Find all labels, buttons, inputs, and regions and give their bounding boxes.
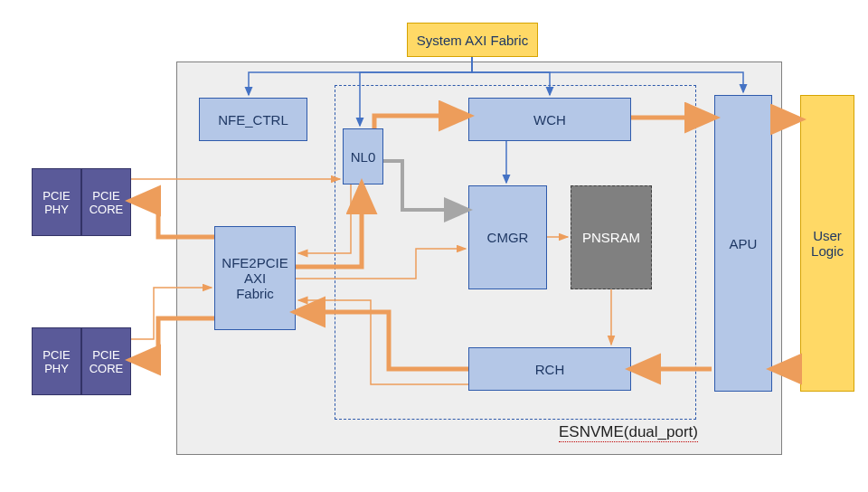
system-axi-fabric: System AXI Fabric bbox=[407, 23, 538, 57]
wch-block: WCH bbox=[468, 98, 631, 141]
diagram-stage: System AXI Fabric NFE_CTRL NL0 WCH CMGR … bbox=[0, 0, 868, 492]
esnvme-frame-label: ESNVME(dual_port) bbox=[559, 423, 698, 442]
pcie-core-0: PCIE CORE bbox=[81, 168, 131, 236]
nfe2pcie-block: NFE2PCIE AXI Fabric bbox=[214, 226, 296, 330]
cmgr-block: CMGR bbox=[468, 185, 547, 289]
rch-block: RCH bbox=[468, 347, 631, 391]
pcie-phy-1: PCIE PHY bbox=[32, 327, 81, 395]
nl0-block: NL0 bbox=[343, 128, 383, 184]
apu-block: APU bbox=[714, 95, 772, 392]
pcie-phy-0: PCIE PHY bbox=[32, 168, 81, 236]
pcie-core-1: PCIE CORE bbox=[81, 327, 131, 395]
user-logic-block: User Logic bbox=[800, 95, 854, 392]
nfe-ctrl-block: NFE_CTRL bbox=[199, 98, 307, 141]
pnsram-block: PNSRAM bbox=[571, 185, 652, 289]
